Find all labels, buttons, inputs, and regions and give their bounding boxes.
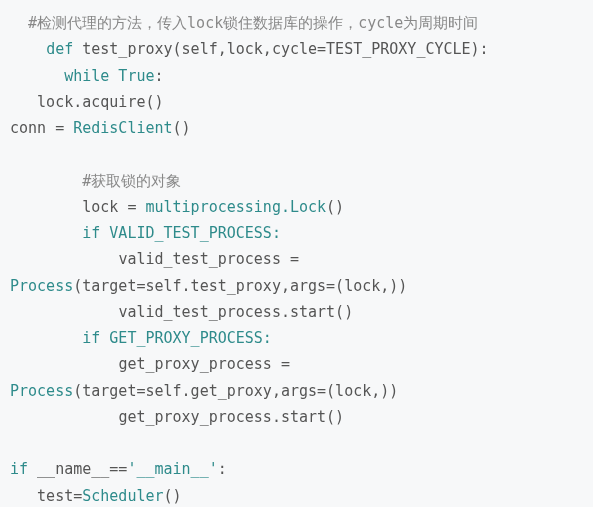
code-text: () xyxy=(164,487,182,505)
code-text: lock = xyxy=(10,198,145,216)
code-line: lock.acquire() xyxy=(10,93,164,111)
colon: : xyxy=(218,460,227,478)
code-text: () xyxy=(326,198,344,216)
const-name: GET_PROXY_PROCESS: xyxy=(100,329,272,347)
code-line: get_proxy_process.start() xyxy=(10,408,344,426)
keyword-if: if xyxy=(10,460,28,478)
builtin-true: True xyxy=(109,67,154,85)
keyword-if: if xyxy=(82,224,100,242)
code-block: #检测代理的方法，传入lock锁住数据库的操作，cycle为周期时间 def t… xyxy=(10,10,583,507)
const-name: VALID_TEST_PROCESS: xyxy=(100,224,281,242)
keyword-while: while xyxy=(64,67,109,85)
comment-line: #获取锁的对象 xyxy=(82,172,181,190)
class-name: Scheduler xyxy=(82,487,163,505)
string-literal: '__main__' xyxy=(127,460,217,478)
class-name: Process xyxy=(10,382,73,400)
code-text: __name__== xyxy=(28,460,127,478)
comment-line: #检测代理的方法，传入lock锁住数据库的操作，cycle为周期时间 xyxy=(28,14,478,32)
code-line: valid_test_process = xyxy=(10,250,308,268)
code-text: (target=self.test_proxy,args=(lock,)) xyxy=(73,277,407,295)
class-name: RedisClient xyxy=(73,119,172,137)
code-line: valid_test_process.start() xyxy=(10,303,353,321)
keyword-if: if xyxy=(82,329,100,347)
code-text: (target=self.get_proxy,args=(lock,)) xyxy=(73,382,398,400)
colon: : xyxy=(155,67,164,85)
code-text: conn = xyxy=(10,119,73,137)
code-line: get_proxy_process = xyxy=(10,355,299,373)
class-name: Process xyxy=(10,277,73,295)
keyword-def: def xyxy=(46,40,73,58)
code-text: test= xyxy=(10,487,82,505)
fn-name: test_proxy(self,lock,cycle=TEST_PROXY_CY… xyxy=(73,40,488,58)
code-text: () xyxy=(173,119,191,137)
class-name: multiprocessing.Lock xyxy=(145,198,326,216)
